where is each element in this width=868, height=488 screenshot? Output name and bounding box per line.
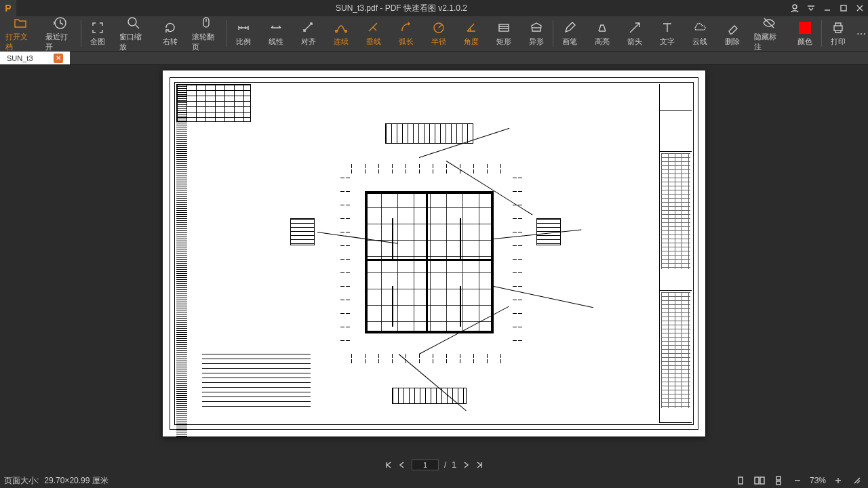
align-icon [301, 20, 316, 35]
viewport[interactable] [0, 65, 868, 473]
linear-icon [269, 20, 283, 35]
color-button[interactable]: 颜色 [789, 16, 821, 51]
poly-button[interactable]: 连续 [325, 16, 357, 51]
arrow-label: 箭头 [627, 37, 642, 47]
arrow-icon [627, 20, 642, 35]
view-continuous-icon[interactable] [772, 474, 785, 487]
text-button[interactable]: 文字 [651, 16, 684, 51]
align-button[interactable]: 对齐 [292, 16, 325, 51]
rotate-label: 右转 [163, 37, 178, 47]
arrow-button[interactable]: 箭头 [618, 16, 651, 51]
pen-button[interactable]: 画笔 [553, 16, 586, 51]
vline-button[interactable]: 垂线 [357, 16, 390, 51]
text-icon [660, 20, 675, 35]
document-tab[interactable]: SUN_t3 ✕ [0, 52, 70, 64]
svg-rect-10 [738, 477, 743, 484]
vline-label: 垂线 [366, 37, 381, 47]
arc-icon [399, 20, 414, 35]
highlight-button[interactable]: 高亮 [586, 16, 618, 51]
scale-icon [236, 20, 251, 35]
text-label: 文字 [660, 37, 675, 47]
close-button[interactable] [852, 0, 868, 16]
print-button[interactable]: 打印 [822, 16, 854, 51]
svg-point-0 [793, 5, 797, 9]
zoom-value: 73% [810, 476, 826, 485]
tab-close-icon[interactable]: ✕ [54, 54, 63, 63]
rect-button[interactable]: 矩形 [488, 16, 520, 51]
fit-button[interactable]: 全图 [81, 16, 114, 51]
open-label: 打开文档 [5, 32, 35, 52]
pagesize-value: 29.70×20.99 厘米 [44, 475, 108, 487]
angle-button[interactable]: 角度 [455, 16, 488, 51]
view-double-icon[interactable] [753, 474, 766, 487]
next-page-button[interactable] [462, 461, 470, 469]
eye-off-icon [762, 16, 776, 30]
arc-button[interactable]: 弧长 [390, 16, 422, 51]
zoom-out-button[interactable] [791, 474, 804, 487]
fit-label: 全图 [90, 37, 105, 47]
svg-rect-14 [776, 481, 781, 485]
perpendicular-icon [366, 20, 381, 35]
cloud-icon [692, 20, 707, 35]
svg-rect-13 [776, 476, 781, 480]
pdf-page [163, 70, 705, 436]
rotate-icon [163, 20, 178, 35]
delete-label: 删除 [725, 37, 740, 47]
zoom-in-button[interactable] [831, 474, 845, 487]
irregular-button[interactable]: 异形 [520, 16, 553, 51]
pen-label: 画笔 [562, 37, 577, 47]
angle-label: 角度 [464, 37, 479, 47]
toolbar: 打开文档 最近打开 全图 窗口缩放 右转 滚轮翻页 比例 线性 对齐 连续 垂线 [0, 16, 868, 52]
eraser-icon [725, 20, 740, 35]
recent-button[interactable]: 最近打开 [40, 16, 80, 51]
minimize-button[interactable] [819, 0, 835, 16]
irregular-label: 异形 [529, 37, 544, 47]
poly-label: 连续 [334, 37, 349, 47]
first-page-button[interactable] [384, 461, 393, 469]
recent-label: 最近打开 [45, 32, 75, 52]
zoom-icon [126, 16, 141, 30]
statusbar: 页面大小: 29.70×20.99 厘米 73% [0, 473, 868, 488]
radius-label: 半径 [431, 37, 446, 47]
history-icon [53, 16, 68, 30]
cloud-button[interactable]: 云线 [684, 16, 716, 51]
color-swatch-icon [797, 20, 812, 35]
radius-button[interactable]: 半径 [422, 16, 455, 51]
rotate-button[interactable]: 右转 [154, 16, 186, 51]
last-page-button[interactable] [475, 461, 484, 469]
svg-rect-12 [760, 477, 764, 484]
print-icon [831, 20, 846, 35]
mouse-icon [199, 16, 214, 30]
rect-icon [496, 20, 511, 35]
delete-button[interactable]: 删除 [716, 16, 749, 51]
svg-rect-1 [841, 5, 846, 11]
view-single-icon[interactable] [734, 474, 747, 487]
prev-page-button[interactable] [398, 461, 406, 469]
page-navigator: / 1 [384, 460, 484, 470]
highlight-label: 高亮 [595, 37, 610, 47]
scale-button[interactable]: 比例 [227, 16, 260, 51]
zoom-window-button[interactable]: 窗口缩放 [114, 16, 154, 51]
window-controls [787, 0, 868, 16]
hideannot-button[interactable]: 隐藏标注 [749, 16, 789, 51]
scrollpage-button[interactable]: 滚轮翻页 [186, 16, 226, 51]
scrollpage-label: 滚轮翻页 [192, 32, 221, 52]
drawing-frame [170, 77, 698, 430]
user-icon[interactable] [787, 0, 803, 16]
open-button[interactable]: 打开文档 [0, 16, 40, 51]
polyline-icon [334, 20, 349, 35]
titlebar: P SUN_t3.pdf - PDF 快速看图 v2.1.0.2 [0, 0, 868, 16]
toolbar-overflow[interactable]: ⋯ [854, 16, 868, 51]
page-total: 1 [452, 460, 456, 470]
svg-rect-8 [499, 24, 509, 31]
highlight-icon [595, 20, 610, 35]
resize-grip-icon[interactable] [850, 474, 864, 487]
menu-dropdown-icon[interactable] [803, 0, 819, 16]
hideannot-label: 隐藏标注 [754, 32, 783, 52]
page-input[interactable] [412, 460, 439, 470]
svg-point-3 [128, 18, 136, 26]
maximize-button[interactable] [835, 0, 852, 16]
pen-icon [562, 20, 577, 35]
linear-button[interactable]: 线性 [260, 16, 292, 51]
polygon-icon [529, 20, 544, 35]
